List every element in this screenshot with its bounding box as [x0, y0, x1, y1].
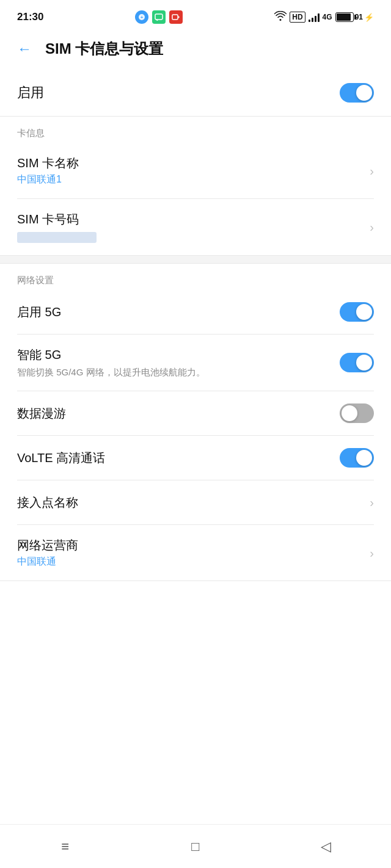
smart-5g-toggle[interactable] [340, 353, 374, 372]
notification-icon: + [135, 10, 148, 24]
sim-number-blurred [17, 232, 97, 243]
network-section-label: 网络设置 [0, 264, 391, 290]
apn-chevron: › [370, 496, 374, 508]
page-header: ← SIM 卡信息与设置 [0, 32, 391, 70]
right-status-area: HD 4G 91 ⚡ [274, 11, 374, 24]
divider-bottom [0, 580, 391, 581]
back-button[interactable]: ← [15, 39, 34, 59]
sim-number-row[interactable]: SIM 卡号码 › [0, 199, 391, 255]
volte-row[interactable]: VoLTE 高清通话 [0, 436, 391, 480]
volte-title: VoLTE 高清通话 [17, 450, 105, 466]
wifi-icon [274, 11, 287, 24]
signal-bars [309, 12, 320, 22]
back-icon: ◁ [321, 839, 331, 855]
data-roaming-title: 数据漫游 [17, 405, 66, 422]
enable-5g-toggle[interactable] [340, 302, 374, 322]
data-roaming-row[interactable]: 数据漫游 [0, 391, 391, 435]
svg-text:+: + [141, 15, 144, 20]
sim-name-left: SIM 卡名称 中国联通1 [17, 155, 79, 186]
svg-rect-2 [155, 14, 163, 20]
menu-icon: ≡ [61, 839, 69, 855]
nav-menu-button[interactable]: ≡ [41, 831, 90, 862]
smart-5g-title: 智能 5G [17, 347, 205, 363]
charging-icon: ⚡ [364, 13, 374, 22]
section-gap-1 [0, 256, 391, 263]
card-info-section-label: 卡信息 [0, 117, 391, 143]
home-icon: □ [191, 839, 199, 855]
enabled-label: 启用 [17, 84, 44, 102]
bottom-navigation: ≡ □ ◁ [0, 824, 391, 868]
battery-indicator: 91 ⚡ [335, 12, 374, 22]
smart-5g-desc: 智能切换 5G/4G 网络，以提升电池续航能力。 [17, 367, 205, 378]
card-info-section: 卡信息 SIM 卡名称 中国联通1 › SIM 卡号码 › [0, 117, 391, 255]
chat-icon [152, 10, 166, 24]
enable-5g-row[interactable]: 启用 5G [0, 290, 391, 334]
carrier-row[interactable]: 网络运营商 中国联通 › [0, 525, 391, 580]
enable-5g-title: 启用 5G [17, 304, 61, 320]
blur-block [17, 232, 97, 243]
nav-home-button[interactable]: □ [171, 831, 220, 862]
carrier-left: 网络运营商 中国联通 [17, 537, 78, 568]
carrier-title: 网络运营商 [17, 537, 78, 554]
carrier-value: 中国联通 [17, 555, 78, 568]
nav-back-button[interactable]: ◁ [301, 831, 350, 862]
network-section: 网络设置 启用 5G 智能 5G 智能切换 5G/4G 网络，以提升电池续航能力… [0, 264, 391, 580]
status-bar: 21:30 + [0, 0, 391, 32]
status-time: 21:30 [17, 11, 43, 23]
svg-marker-5 [178, 16, 180, 18]
enabled-toggle[interactable] [340, 83, 374, 103]
carrier-chevron: › [370, 547, 374, 559]
sim-number-title: SIM 卡号码 [17, 211, 97, 228]
status-notification-icons: + [135, 10, 183, 24]
data-roaming-toggle[interactable] [340, 403, 374, 423]
svg-rect-4 [172, 15, 178, 20]
apn-title: 接入点名称 [17, 494, 78, 511]
record-icon [169, 10, 183, 24]
sim-name-title: SIM 卡名称 [17, 155, 79, 172]
sim-number-chevron: › [370, 221, 374, 233]
sim-name-value: 中国联通1 [17, 173, 79, 186]
enabled-row: 启用 [0, 70, 391, 116]
smart-5g-left: 智能 5G 智能切换 5G/4G 网络，以提升电池续航能力。 [17, 347, 205, 378]
sim-name-row[interactable]: SIM 卡名称 中国联通1 › [0, 143, 391, 198]
page-title: SIM 卡信息与设置 [45, 39, 163, 59]
sim-name-chevron: › [370, 165, 374, 177]
smart-5g-row[interactable]: 智能 5G 智能切换 5G/4G 网络，以提升电池续航能力。 [0, 335, 391, 391]
apn-row[interactable]: 接入点名称 › [0, 480, 391, 524]
sim-number-left: SIM 卡号码 [17, 211, 97, 243]
battery-percentage: 91 [355, 13, 363, 21]
network-type: 4G [323, 13, 332, 21]
hd-badge: HD [290, 12, 305, 23]
volte-toggle[interactable] [340, 448, 374, 468]
